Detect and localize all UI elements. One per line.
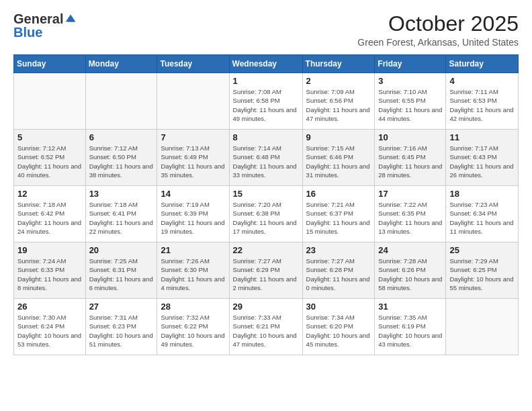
day-info: Sunrise: 7:19 AM Sunset: 6:39 PM Dayligh… — [161, 200, 225, 236]
day-info: Sunrise: 7:12 AM Sunset: 6:52 PM Dayligh… — [17, 144, 82, 179]
calendar-cell: 21Sunrise: 7:26 AM Sunset: 6:30 PM Dayli… — [157, 242, 229, 299]
day-number: 25 — [449, 245, 515, 255]
day-number: 21 — [161, 245, 225, 255]
day-number: 11 — [449, 132, 515, 142]
weekday-header-wednesday: Wednesday — [229, 55, 302, 73]
calendar-cell: 1Sunrise: 7:08 AM Sunset: 6:58 PM Daylig… — [229, 73, 302, 130]
day-info: Sunrise: 7:14 AM Sunset: 6:48 PM Dayligh… — [233, 144, 299, 179]
calendar-cell: 15Sunrise: 7:20 AM Sunset: 6:38 PM Dayli… — [229, 186, 302, 242]
day-number: 10 — [378, 132, 442, 142]
calendar-cell: 6Sunrise: 7:12 AM Sunset: 6:50 PM Daylig… — [85, 130, 157, 186]
day-number: 17 — [378, 189, 442, 199]
calendar-cell: 4Sunrise: 7:11 AM Sunset: 6:53 PM Daylig… — [446, 73, 519, 130]
day-number: 13 — [89, 189, 154, 199]
calendar: SundayMondayTuesdayWednesdayThursdayFrid… — [13, 54, 519, 355]
day-info: Sunrise: 7:29 AM Sunset: 6:25 PM Dayligh… — [449, 257, 515, 292]
day-info: Sunrise: 7:13 AM Sunset: 6:49 PM Dayligh… — [161, 144, 225, 179]
day-number: 18 — [449, 189, 515, 199]
week-row-4: 19Sunrise: 7:24 AM Sunset: 6:33 PM Dayli… — [14, 242, 519, 299]
calendar-cell: 17Sunrise: 7:22 AM Sunset: 6:35 PM Dayli… — [375, 186, 446, 242]
calendar-cell: 2Sunrise: 7:09 AM Sunset: 6:56 PM Daylig… — [302, 73, 375, 130]
logo: General Blue — [13, 12, 77, 39]
calendar-cell: 24Sunrise: 7:28 AM Sunset: 6:26 PM Dayli… — [375, 242, 446, 299]
weekday-header-row: SundayMondayTuesdayWednesdayThursdayFrid… — [14, 55, 519, 73]
day-info: Sunrise: 7:26 AM Sunset: 6:30 PM Dayligh… — [161, 257, 225, 292]
day-number: 24 — [378, 245, 442, 255]
calendar-cell — [14, 73, 86, 130]
day-info: Sunrise: 7:09 AM Sunset: 6:56 PM Dayligh… — [306, 87, 371, 123]
calendar-cell: 30Sunrise: 7:34 AM Sunset: 6:20 PM Dayli… — [302, 299, 375, 355]
calendar-cell: 28Sunrise: 7:32 AM Sunset: 6:22 PM Dayli… — [157, 299, 229, 355]
calendar-cell: 16Sunrise: 7:21 AM Sunset: 6:37 PM Dayli… — [302, 186, 375, 242]
day-info: Sunrise: 7:35 AM Sunset: 6:19 PM Dayligh… — [378, 313, 442, 349]
day-info: Sunrise: 7:27 AM Sunset: 6:29 PM Dayligh… — [233, 257, 299, 292]
day-number: 29 — [233, 302, 299, 312]
day-number: 15 — [233, 189, 299, 199]
calendar-cell — [446, 299, 519, 355]
day-number: 16 — [306, 189, 371, 199]
day-info: Sunrise: 7:30 AM Sunset: 6:24 PM Dayligh… — [17, 313, 82, 349]
calendar-cell: 29Sunrise: 7:33 AM Sunset: 6:21 PM Dayli… — [229, 299, 302, 355]
day-info: Sunrise: 7:08 AM Sunset: 6:58 PM Dayligh… — [233, 87, 299, 123]
calendar-cell: 27Sunrise: 7:31 AM Sunset: 6:23 PM Dayli… — [85, 299, 157, 355]
calendar-cell: 3Sunrise: 7:10 AM Sunset: 6:55 PM Daylig… — [375, 73, 446, 130]
calendar-cell: 13Sunrise: 7:18 AM Sunset: 6:41 PM Dayli… — [85, 186, 157, 242]
day-number: 26 — [17, 302, 82, 312]
day-info: Sunrise: 7:21 AM Sunset: 6:37 PM Dayligh… — [306, 200, 371, 236]
week-row-2: 5Sunrise: 7:12 AM Sunset: 6:52 PM Daylig… — [14, 130, 519, 186]
calendar-cell: 14Sunrise: 7:19 AM Sunset: 6:39 PM Dayli… — [157, 186, 229, 242]
day-number: 22 — [233, 245, 299, 255]
day-number: 7 — [161, 132, 225, 142]
calendar-cell: 11Sunrise: 7:17 AM Sunset: 6:43 PM Dayli… — [446, 130, 519, 186]
calendar-cell: 18Sunrise: 7:23 AM Sunset: 6:34 PM Dayli… — [446, 186, 519, 242]
day-info: Sunrise: 7:17 AM Sunset: 6:43 PM Dayligh… — [449, 144, 515, 179]
calendar-cell: 19Sunrise: 7:24 AM Sunset: 6:33 PM Dayli… — [14, 242, 86, 299]
day-info: Sunrise: 7:23 AM Sunset: 6:34 PM Dayligh… — [449, 200, 515, 236]
calendar-cell — [157, 73, 229, 130]
week-row-3: 12Sunrise: 7:18 AM Sunset: 6:42 PM Dayli… — [14, 186, 519, 242]
logo-general-text: General — [13, 12, 63, 26]
weekday-header-tuesday: Tuesday — [157, 55, 229, 73]
day-number: 8 — [233, 132, 299, 142]
weekday-header-sunday: Sunday — [14, 55, 86, 73]
day-number: 31 — [378, 302, 442, 312]
day-info: Sunrise: 7:25 AM Sunset: 6:31 PM Dayligh… — [89, 257, 154, 292]
day-info: Sunrise: 7:34 AM Sunset: 6:20 PM Dayligh… — [306, 313, 371, 349]
day-number: 28 — [161, 302, 225, 312]
title-section: October 2025 Green Forest, Arkansas, Uni… — [357, 12, 519, 48]
day-info: Sunrise: 7:15 AM Sunset: 6:46 PM Dayligh… — [306, 144, 371, 179]
day-number: 1 — [233, 76, 299, 86]
day-info: Sunrise: 7:27 AM Sunset: 6:28 PM Dayligh… — [306, 257, 371, 292]
weekday-header-friday: Friday — [375, 55, 446, 73]
day-info: Sunrise: 7:18 AM Sunset: 6:41 PM Dayligh… — [89, 200, 154, 236]
calendar-cell: 5Sunrise: 7:12 AM Sunset: 6:52 PM Daylig… — [14, 130, 86, 186]
day-info: Sunrise: 7:33 AM Sunset: 6:21 PM Dayligh… — [233, 313, 299, 349]
day-info: Sunrise: 7:24 AM Sunset: 6:33 PM Dayligh… — [17, 257, 82, 292]
calendar-cell: 9Sunrise: 7:15 AM Sunset: 6:46 PM Daylig… — [302, 130, 375, 186]
weekday-header-saturday: Saturday — [446, 55, 519, 73]
day-number: 23 — [306, 245, 371, 255]
day-number: 9 — [306, 132, 371, 142]
day-number: 20 — [89, 245, 154, 255]
day-info: Sunrise: 7:12 AM Sunset: 6:50 PM Dayligh… — [89, 144, 154, 179]
day-info: Sunrise: 7:22 AM Sunset: 6:35 PM Dayligh… — [378, 200, 442, 236]
location: Green Forest, Arkansas, United States — [357, 37, 519, 48]
calendar-cell: 12Sunrise: 7:18 AM Sunset: 6:42 PM Dayli… — [14, 186, 86, 242]
day-number: 4 — [449, 76, 515, 86]
day-info: Sunrise: 7:16 AM Sunset: 6:45 PM Dayligh… — [378, 144, 442, 179]
day-info: Sunrise: 7:32 AM Sunset: 6:22 PM Dayligh… — [161, 313, 225, 349]
calendar-cell: 23Sunrise: 7:27 AM Sunset: 6:28 PM Dayli… — [302, 242, 375, 299]
calendar-cell: 7Sunrise: 7:13 AM Sunset: 6:49 PM Daylig… — [157, 130, 229, 186]
day-info: Sunrise: 7:28 AM Sunset: 6:26 PM Dayligh… — [378, 257, 442, 292]
week-row-5: 26Sunrise: 7:30 AM Sunset: 6:24 PM Dayli… — [14, 299, 519, 355]
day-info: Sunrise: 7:20 AM Sunset: 6:38 PM Dayligh… — [233, 200, 299, 236]
day-number: 12 — [17, 189, 82, 199]
week-row-1: 1Sunrise: 7:08 AM Sunset: 6:58 PM Daylig… — [14, 73, 519, 130]
day-info: Sunrise: 7:10 AM Sunset: 6:55 PM Dayligh… — [378, 87, 442, 123]
weekday-header-thursday: Thursday — [302, 55, 375, 73]
calendar-cell: 20Sunrise: 7:25 AM Sunset: 6:31 PM Dayli… — [85, 242, 157, 299]
day-number: 6 — [89, 132, 154, 142]
calendar-cell: 31Sunrise: 7:35 AM Sunset: 6:19 PM Dayli… — [375, 299, 446, 355]
calendar-cell: 26Sunrise: 7:30 AM Sunset: 6:24 PM Dayli… — [14, 299, 86, 355]
day-info: Sunrise: 7:31 AM Sunset: 6:23 PM Dayligh… — [89, 313, 154, 349]
